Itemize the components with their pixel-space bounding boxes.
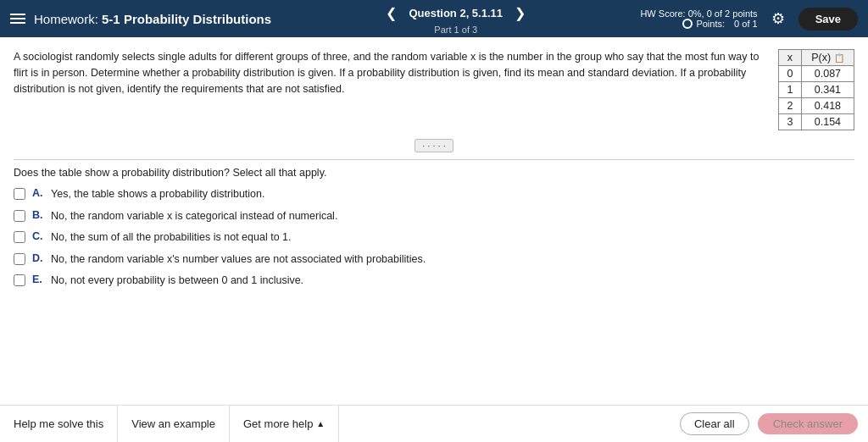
- footer-left: Help me solve this View an example Get m…: [0, 406, 339, 442]
- cell-px: 0.154: [801, 114, 854, 130]
- expand-section: · · · · ·: [14, 139, 854, 152]
- option-letter: E.: [32, 273, 44, 285]
- cell-x: 3: [779, 114, 802, 130]
- option-item: E.No, not every probability is between 0…: [14, 273, 854, 289]
- cell-x: 0: [779, 66, 802, 82]
- header-center: ❮ Question 2, 5.1.11 ❯ Part 1 of 3: [381, 3, 531, 35]
- option-letter: D.: [32, 252, 44, 264]
- option-text: No, the random variable x is categorical…: [51, 209, 337, 224]
- copy-icon[interactable]: 📋: [834, 53, 844, 63]
- table-row: 20.418: [779, 98, 854, 114]
- divider: [14, 159, 854, 160]
- question-part: Part 1 of 3: [434, 25, 477, 35]
- option-item: B.No, the random variable x is categoric…: [14, 209, 854, 224]
- header-title: Homework: 5-1 Probability Distributions: [34, 12, 271, 26]
- table-container: x P(x) 📋 00.08710.34120.41830.154: [778, 49, 854, 130]
- points-row: Points: 0 of 1: [682, 19, 757, 29]
- cell-x: 1: [779, 82, 802, 98]
- col-px-header: P(x) 📋: [801, 50, 854, 66]
- cell-x: 2: [779, 98, 802, 114]
- get-more-help-button[interactable]: Get more help ▲: [230, 406, 339, 442]
- table-row: 00.087: [779, 66, 854, 82]
- option-text: Yes, the table shows a probability distr…: [51, 187, 264, 202]
- footer: Help me solve this View an example Get m…: [0, 405, 868, 442]
- option-letter: C.: [32, 230, 44, 242]
- option-checkbox-b[interactable]: [14, 210, 25, 222]
- col-x-header: x: [779, 50, 802, 66]
- cell-px: 0.087: [801, 66, 854, 82]
- main-content: A sociologist randomly selects single ad…: [0, 37, 868, 405]
- probability-table: x P(x) 📋 00.08710.34120.41830.154: [778, 49, 854, 130]
- points-icon: [682, 19, 693, 29]
- next-question-button[interactable]: ❯: [509, 3, 531, 23]
- option-checkbox-c[interactable]: [14, 231, 25, 243]
- option-item: A.Yes, the table shows a probability dis…: [14, 187, 854, 202]
- footer-right: Clear all Check answer: [680, 412, 868, 435]
- option-letter: B.: [32, 209, 44, 221]
- option-text: No, the sum of all the probabilities is …: [51, 230, 292, 246]
- hamburger-icon[interactable]: [10, 14, 25, 24]
- problem-section: A sociologist randomly selects single ad…: [14, 49, 854, 130]
- problem-text: A sociologist randomly selects single ad…: [14, 49, 765, 130]
- option-checkbox-a[interactable]: [14, 188, 25, 200]
- cell-px: 0.418: [801, 98, 854, 114]
- options-list: A.Yes, the table shows a probability dis…: [14, 187, 854, 289]
- header-left: Homework: 5-1 Probability Distributions: [10, 12, 271, 26]
- points-value: 0 of 1: [734, 19, 758, 29]
- table-row: 10.341: [779, 82, 854, 98]
- prev-question-button[interactable]: ❮: [381, 3, 402, 23]
- table-row: 30.154: [779, 114, 854, 130]
- question-label: Does the table show a probability distri…: [14, 167, 854, 179]
- option-text: No, the random variable x's number value…: [51, 252, 426, 268]
- homework-label: Homework:: [34, 12, 98, 26]
- save-button[interactable]: Save: [798, 8, 858, 30]
- option-text: No, not every probability is between 0 a…: [51, 273, 303, 289]
- view-example-button[interactable]: View an example: [118, 406, 230, 442]
- course-title: 5-1 Probability Distributions: [102, 12, 271, 26]
- points-label: Points:: [696, 19, 725, 29]
- question-nav: ❮ Question 2, 5.1.11 ❯: [381, 3, 531, 23]
- check-answer-button[interactable]: Check answer: [758, 413, 858, 434]
- score-info: HW Score: 0%, 0 of 2 points Points: 0 of…: [640, 8, 757, 29]
- option-letter: A.: [32, 187, 44, 199]
- option-item: C.No, the sum of all the probabilities i…: [14, 230, 854, 246]
- cell-px: 0.341: [801, 82, 854, 98]
- settings-button[interactable]: ⚙: [771, 9, 785, 28]
- option-checkbox-d[interactable]: [14, 253, 25, 265]
- question-title: Question 2, 5.1.11: [409, 7, 503, 19]
- help-me-solve-button[interactable]: Help me solve this: [0, 406, 118, 442]
- option-checkbox-e[interactable]: [14, 274, 25, 286]
- hw-score: HW Score: 0%, 0 of 2 points: [640, 8, 757, 19]
- header-right: HW Score: 0%, 0 of 2 points Points: 0 of…: [640, 8, 858, 30]
- chevron-up-icon: ▲: [316, 419, 325, 428]
- header: Homework: 5-1 Probability Distributions …: [0, 0, 868, 37]
- expand-button[interactable]: · · · · ·: [415, 139, 453, 152]
- option-item: D.No, the random variable x's number val…: [14, 252, 854, 268]
- clear-all-button[interactable]: Clear all: [680, 412, 749, 435]
